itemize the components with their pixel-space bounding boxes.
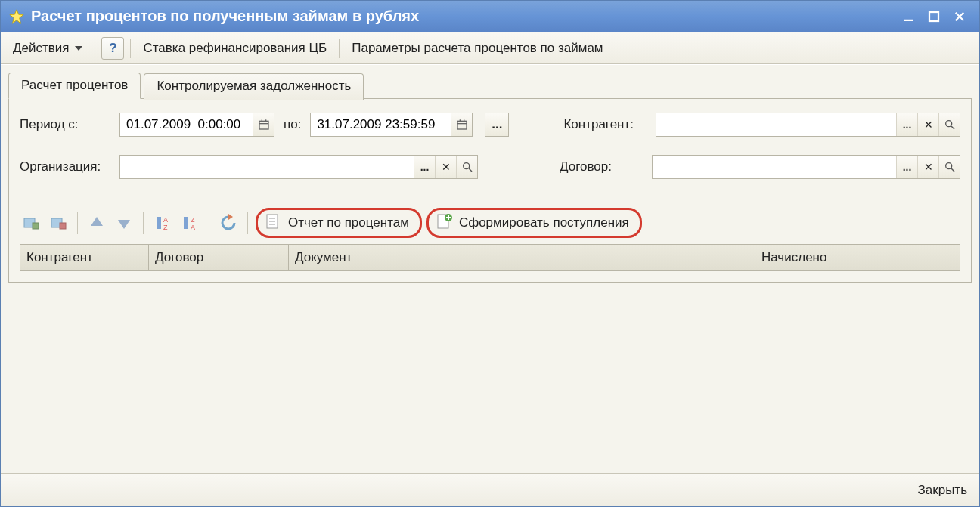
ellipsis-icon[interactable]: ... (896, 156, 917, 178)
close-button-label: Закрыть (918, 483, 967, 497)
tab-calc[interactable]: Расчет процентов (8, 73, 141, 99)
svg-text:Z: Z (191, 216, 195, 224)
sort-asc-icon[interactable]: AZ (151, 212, 174, 234)
window-controls (898, 8, 975, 26)
generate-button-label: Сформировать поступления (459, 215, 629, 230)
sort-desc-icon[interactable]: ZA (178, 212, 201, 234)
generate-button[interactable]: Сформировать поступления (426, 208, 642, 238)
col-counterparty[interactable]: Контрагент (20, 245, 149, 270)
move-up-icon[interactable] (85, 212, 108, 234)
actions-menu-label: Действия (13, 41, 69, 56)
counterparty-label: Контрагент: (563, 117, 647, 132)
close-button[interactable]: Закрыть (918, 483, 967, 498)
actions-menu[interactable]: Действия (7, 38, 88, 59)
svg-rect-25 (157, 217, 161, 229)
refinance-rate-menu[interactable]: Ставка рефинансирования ЦБ (137, 38, 333, 59)
data-grid: Контрагент Договор Документ Начислено (20, 244, 960, 271)
menubar: Действия ? Ставка рефинансирования ЦБ Па… (1, 32, 979, 64)
separator (209, 212, 209, 234)
svg-line-16 (469, 168, 472, 172)
svg-rect-2 (929, 12, 938, 21)
window-close-button[interactable] (949, 8, 970, 26)
tab-calc-label: Расчет процентов (21, 78, 128, 92)
calendar-icon[interactable] (253, 113, 274, 136)
period-from-input[interactable] (120, 113, 253, 136)
org-row: Организация: ... ✕ Договор: ... ✕ (20, 155, 960, 179)
clear-icon[interactable]: ✕ (435, 156, 456, 178)
svg-rect-1 (904, 19, 913, 20)
svg-marker-31 (228, 214, 233, 220)
clear-icon[interactable]: ✕ (917, 156, 938, 178)
app-icon (8, 8, 25, 25)
period-from-label: Период с: (20, 117, 110, 132)
counterparty-input[interactable] (656, 113, 896, 136)
search-icon[interactable] (938, 113, 960, 136)
separator (247, 212, 248, 234)
col-contract-label: Договор (155, 250, 203, 265)
report-icon (264, 212, 282, 234)
search-icon[interactable] (938, 156, 960, 178)
svg-rect-22 (60, 223, 66, 229)
window-title: Расчет процентов по полученным займам в … (31, 8, 898, 25)
grid-header: Контрагент Договор Документ Начислено (20, 245, 960, 271)
tab-controlled-debt[interactable]: Контролируемая задолженность (144, 73, 364, 100)
col-document[interactable]: Документ (289, 245, 755, 270)
tabs: Расчет процентов Контролируемая задолжен… (8, 73, 972, 99)
help-button[interactable]: ? (101, 37, 124, 60)
minimize-button[interactable] (898, 8, 919, 26)
svg-rect-8 (265, 119, 266, 122)
tab-panel: Период с: по: ... (8, 98, 972, 283)
ellipsis-icon[interactable]: ... (414, 156, 435, 178)
svg-text:Z: Z (163, 224, 168, 231)
svg-marker-24 (118, 220, 130, 229)
period-to-field (310, 113, 473, 137)
svg-rect-12 (464, 119, 464, 122)
client-area: Расчет процентов Контролируемая задолжен… (1, 64, 979, 473)
grid-toolbar: AZ ZA Отчет по процентам (20, 208, 960, 238)
ellipsis-icon[interactable]: ... (896, 113, 917, 136)
maximize-button[interactable] (923, 8, 944, 26)
delete-row-icon[interactable] (47, 212, 70, 234)
separator (143, 212, 144, 234)
svg-text:A: A (163, 216, 168, 224)
svg-line-18 (951, 168, 954, 172)
svg-rect-7 (261, 119, 262, 122)
svg-point-13 (945, 121, 951, 127)
separator (130, 39, 131, 58)
report-button[interactable]: Отчет по процентам (256, 208, 422, 238)
period-row: Период с: по: ... (20, 113, 960, 137)
period-from-field (119, 113, 274, 137)
move-down-icon[interactable] (113, 212, 135, 234)
svg-line-14 (951, 126, 954, 129)
col-document-label: Документ (295, 250, 352, 265)
titlebar: Расчет процентов по полученным займам в … (1, 1, 979, 32)
counterparty-field: ... ✕ (656, 113, 960, 137)
svg-point-15 (463, 163, 469, 169)
separator (77, 212, 78, 234)
contract-input[interactable] (653, 156, 896, 178)
period-to-input[interactable] (311, 113, 451, 136)
svg-rect-9 (457, 121, 467, 129)
calc-params-label: Параметры расчета процентов по займам (352, 41, 603, 56)
period-ellipsis-button[interactable]: ... (485, 113, 509, 137)
col-contract[interactable]: Договор (149, 245, 289, 270)
org-input[interactable] (120, 156, 414, 178)
clear-icon[interactable]: ✕ (917, 113, 938, 136)
add-row-icon[interactable] (20, 212, 42, 234)
contract-label: Договор: (560, 159, 643, 175)
separator (95, 39, 95, 58)
svg-rect-5 (259, 121, 268, 129)
separator (339, 39, 340, 58)
contract-field: ... ✕ (652, 155, 960, 179)
report-button-label: Отчет по процентам (288, 215, 409, 230)
tabs-container: Расчет процентов Контролируемая задолжен… (8, 73, 972, 283)
refresh-icon[interactable] (217, 212, 240, 234)
search-icon[interactable] (456, 156, 477, 178)
calc-params-menu[interactable]: Параметры расчета процентов по займам (346, 38, 609, 59)
calendar-icon[interactable] (451, 113, 472, 136)
col-accrued-label: Начислено (761, 250, 826, 265)
col-accrued[interactable]: Начислено (755, 245, 960, 270)
tab-controlled-debt-label: Контролируемая задолженность (157, 79, 351, 93)
refinance-rate-label: Ставка рефинансирования ЦБ (143, 41, 327, 56)
svg-marker-23 (91, 217, 103, 226)
